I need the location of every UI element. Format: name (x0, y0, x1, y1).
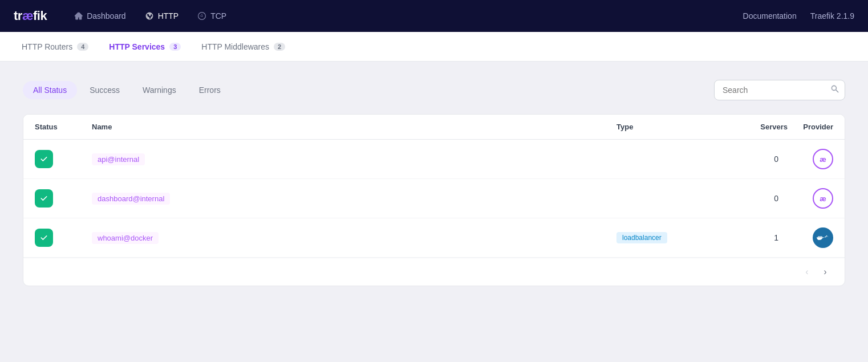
filter-all-status[interactable]: All Status (23, 81, 77, 99)
row-3-provider (788, 227, 833, 248)
app-logo: træfik (14, 9, 47, 23)
status-success-icon (35, 150, 53, 168)
row-3-servers: 1 (731, 233, 788, 242)
services-table: Status Name Type Servers Provider api@in… (23, 114, 845, 286)
next-page-button[interactable]: › (817, 264, 833, 280)
main-content: All Status Success Warnings Errors Statu… (0, 62, 868, 304)
subnav-http-middlewares[interactable]: HTTP Middlewares 2 (193, 38, 293, 56)
filter-warnings[interactable]: Warnings (132, 81, 186, 99)
service-name-tag: dashboard@internal (92, 193, 170, 205)
sub-navigation: HTTP Routers 4 HTTP Services 3 HTTP Midd… (0, 32, 868, 62)
filter-errors[interactable]: Errors (189, 81, 231, 99)
subnav-http-services[interactable]: HTTP Services 3 (101, 38, 189, 56)
col-name: Name (92, 123, 616, 131)
subnav-http-routers-badge: 4 (77, 43, 88, 51)
filter-row: All Status Success Warnings Errors (23, 80, 845, 100)
row-2-provider: æ (788, 188, 833, 209)
table-header: Status Name Type Servers Provider (23, 115, 845, 140)
nav-right: Documentation Traefik 2.1.9 (743, 11, 854, 21)
service-name-tag: api@internal (92, 153, 145, 165)
table-row[interactable]: api@internal 0 æ (23, 140, 845, 179)
provider-internal-icon: æ (813, 188, 833, 209)
tcp-icon (197, 11, 207, 21)
provider-docker-icon (813, 227, 833, 248)
nav-dashboard-label: Dashboard (87, 11, 126, 21)
filter-buttons: All Status Success Warnings Errors (23, 81, 231, 99)
subnav-http-routers-label: HTTP Routers (22, 42, 72, 51)
row-2-servers: 0 (731, 194, 788, 203)
col-servers: Servers (731, 123, 788, 131)
globe-icon (144, 11, 155, 21)
nav-tcp-label: TCP (210, 11, 226, 21)
col-status: Status (35, 123, 92, 131)
table-row[interactable]: dashboard@internal 0 æ (23, 179, 845, 218)
row-3-status (35, 229, 92, 247)
version-label: Traefik 2.1.9 (810, 11, 854, 21)
row-1-servers: 0 (731, 154, 788, 164)
provider-internal-icon: æ (813, 149, 833, 169)
pagination-row: ‹ › (23, 258, 845, 286)
status-success-icon (35, 189, 53, 208)
row-1-name: api@internal (92, 153, 616, 165)
row-1-provider: æ (788, 149, 833, 169)
table-row[interactable]: whoami@docker loadbalancer 1 (23, 218, 845, 258)
row-3-type: loadbalancer (616, 232, 731, 243)
subnav-http-middlewares-label: HTTP Middlewares (201, 42, 269, 51)
subnav-http-services-badge: 3 (169, 43, 181, 51)
documentation-link[interactable]: Documentation (743, 11, 797, 21)
subnav-http-services-label: HTTP Services (109, 42, 165, 51)
service-name-tag: whoami@docker (92, 232, 159, 244)
service-type-tag: loadbalancer (616, 232, 667, 243)
prev-page-button[interactable]: ‹ (799, 264, 815, 280)
top-navigation: træfik Dashboard HTTP TCP Documentation … (0, 0, 868, 32)
nav-tcp[interactable]: TCP (189, 7, 234, 25)
subnav-http-routers[interactable]: HTTP Routers 4 (14, 38, 96, 56)
col-type: Type (616, 123, 731, 131)
subnav-http-middlewares-badge: 2 (274, 43, 285, 51)
nav-http-label: HTTP (158, 11, 179, 21)
row-3-name: whoami@docker (92, 232, 616, 244)
home-icon (73, 11, 83, 21)
row-2-status (35, 189, 92, 208)
status-success-icon (35, 229, 53, 247)
nav-dashboard[interactable]: Dashboard (65, 7, 134, 25)
filter-success[interactable]: Success (79, 81, 130, 99)
col-provider: Provider (788, 123, 833, 131)
row-2-name: dashboard@internal (92, 193, 616, 205)
row-1-status (35, 150, 92, 168)
nav-http[interactable]: HTTP (136, 7, 187, 25)
nav-items: Dashboard HTTP TCP (65, 7, 743, 25)
search-input[interactable] (714, 80, 845, 100)
search-wrapper (714, 80, 845, 100)
